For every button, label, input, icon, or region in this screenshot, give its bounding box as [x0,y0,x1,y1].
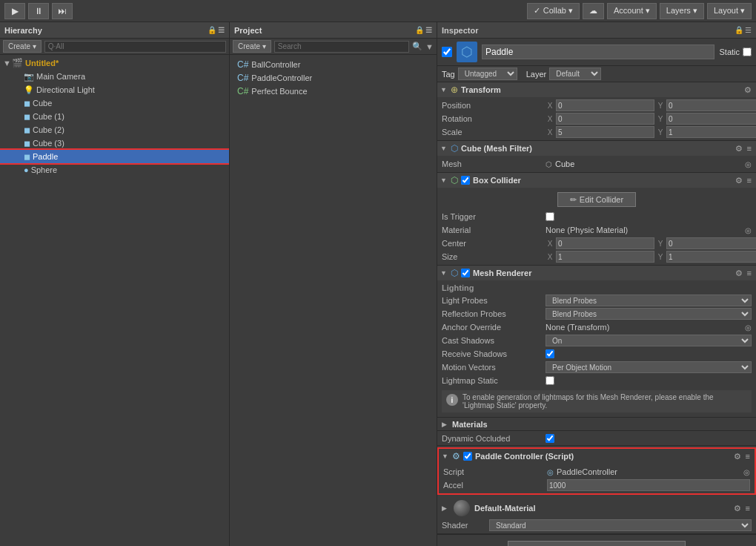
inspector-menu-icon[interactable]: ☰ [745,26,752,34]
project-menu-icon[interactable]: ☰ [425,26,432,34]
hierarchy-search-input[interactable] [44,41,226,53]
mesh-renderer-settings-icon[interactable]: ⚙ [734,269,744,278]
position-y-input[interactable] [666,99,756,111]
receive-shadows-checkbox[interactable] [546,349,554,358]
motion-vectors-dropdown[interactable]: Per Object Motion [546,361,752,373]
hierarchy-item[interactable]: ● Sphere [0,163,229,177]
light-probes-dropdown[interactable]: Blend Probes [546,295,752,306]
is-trigger-checkbox[interactable] [546,212,554,221]
lightmap-static-checkbox[interactable] [546,376,554,385]
project-search-input[interactable] [274,41,409,53]
paddle-header-icons: ⚙ ≡ [732,452,752,461]
scale-x-input[interactable] [556,126,654,138]
center-y-input[interactable] [666,237,756,249]
object-icon: ⬡ [457,42,477,62]
paddle-settings-icon[interactable]: ⚙ [732,452,743,461]
size-x-label: X [546,253,554,261]
gameobject-icon: ⬡ [461,44,473,60]
hierarchy-item-paddle[interactable]: ◼ Paddle [0,150,229,163]
shader-dropdown[interactable]: Standard [489,519,752,531]
center-x-input[interactable] [556,237,654,249]
hierarchy-item[interactable]: 💡 Directional Light [0,83,229,96]
rotation-y-input[interactable] [666,113,756,125]
position-x-input[interactable] [556,99,654,111]
project-filter-icon[interactable]: ▼ [425,42,434,51]
light-probes-label: Light Probes [442,296,546,305]
center-label: Center [442,239,546,248]
layout-dropdown[interactable]: Layout ▾ [707,3,752,19]
paddle-controller-header[interactable]: ▼ ⚙ Paddle Controller (Script) ⚙ ≡ [439,449,755,464]
material-menu-icon[interactable]: ≡ [744,504,752,513]
project-lock-icon[interactable]: 🔒 [415,26,424,34]
hierarchy-item[interactable]: ▼ 🎬 Untitled* [0,56,229,70]
object-active-checkbox[interactable] [442,47,452,57]
box-collider-enable-checkbox[interactable] [461,176,470,185]
anchor-pick-button[interactable]: ◎ [745,323,752,332]
layers-dropdown[interactable]: Layers ▾ [660,3,704,19]
hierarchy-item[interactable]: 📷 Main Camera [0,70,229,83]
hierarchy-item[interactable]: ◼ Cube (3) [0,136,229,150]
hierarchy-lock-icon[interactable]: 🔒 [208,26,216,34]
mesh-filter-header[interactable]: ▼ ⬡ Cube (Mesh Filter) ⚙ ≡ [437,141,756,156]
mesh-filter-section: ▼ ⬡ Cube (Mesh Filter) ⚙ ≡ Mesh ⬡ Cube [437,141,756,173]
box-collider-header[interactable]: ▼ ⬡ Box Collider ⚙ ≡ [437,173,756,188]
transform-header[interactable]: ▼ ⊕ Transform ⚙ [437,82,756,97]
paddle-menu-icon[interactable]: ≡ [744,452,752,461]
mesh-filter-settings-icon[interactable]: ⚙ [734,144,744,154]
collider-material-pick-button[interactable]: ◎ [745,226,752,234]
hierarchy-create-button[interactable]: Create ▾ [3,40,42,53]
cast-shadows-dropdown[interactable]: On [546,335,752,346]
scale-label: Scale [442,128,546,136]
inspector-header: Inspector 🔒 ☰ [437,22,756,39]
mesh-filter-menu-icon[interactable]: ≡ [746,144,753,154]
cloud-button[interactable]: ☁ [583,3,604,19]
mesh-renderer-menu-icon[interactable]: ≡ [746,269,753,278]
hierarchy-item[interactable]: ◼ Cube (2) [0,123,229,136]
add-component-button[interactable]: Add Component [508,541,686,546]
materials-foldout[interactable]: ▶ Materials [437,418,756,431]
tag-dropdown[interactable]: Untagged [458,68,517,80]
inspector-lock-icon[interactable]: 🔒 [735,26,743,34]
light-probes-value: Blend Probes [546,295,752,306]
project-item[interactable]: C# BallController [230,58,437,71]
mesh-renderer-header[interactable]: ▼ ⬡ Mesh Renderer ⚙ ≡ [437,266,756,280]
hierarchy-item[interactable]: ◼ Cube [0,96,229,110]
cast-shadows-value: On [546,335,752,346]
hierarchy-menu-icon[interactable]: ☰ [218,26,225,34]
scale-y-input[interactable] [666,126,756,138]
collab-button[interactable]: ✓ Collab ▾ [527,3,580,19]
size-x-input[interactable] [556,251,654,263]
paddle-script-enable-checkbox[interactable] [463,452,472,461]
pause-button[interactable]: ⏸ [28,3,49,19]
rotation-x-input[interactable] [556,113,654,125]
play-button[interactable]: ▶ [4,3,25,19]
rot-y-label: Y [656,115,665,123]
material-header[interactable]: ▶ Default-Material ⚙ ≡ [437,498,756,519]
object-name-input[interactable] [482,45,714,59]
mesh-renderer-header-icons: ⚙ ≡ [734,269,753,278]
box-collider-menu-icon[interactable]: ≡ [746,176,753,185]
accel-input[interactable] [547,479,750,491]
layer-dropdown[interactable]: Default [549,68,601,80]
material-settings-icon[interactable]: ⚙ [732,504,743,513]
box-collider-settings-icon[interactable]: ⚙ [734,176,744,185]
mesh-renderer-enable-checkbox[interactable] [461,269,470,277]
script-pick-button[interactable]: ◎ [743,468,750,476]
anchor-override-row: Anchor Override None (Transform) ◎ [437,320,756,334]
size-y-input[interactable] [666,251,756,263]
mesh-pick-button[interactable]: ◎ [745,160,752,168]
project-item-label: BallController [251,60,300,69]
dynamic-occluded-checkbox[interactable] [546,434,554,443]
project-item[interactable]: C# PaddleController [230,71,437,85]
account-dropdown[interactable]: Account ▾ [607,3,657,19]
lightmap-notice-text: To enable generation of lightmaps for th… [462,393,747,410]
transform-settings-icon[interactable]: ⚙ [743,85,753,95]
project-create-button[interactable]: Create ▾ [233,40,271,53]
static-checkbox[interactable] [743,47,752,56]
step-button[interactable]: ⏭ [52,3,73,19]
hierarchy-item[interactable]: ◼ Cube (1) [0,110,229,123]
edit-collider-button[interactable]: ✏ Edit Collider [557,192,636,207]
layer-label: Layer [526,70,547,79]
reflection-probes-dropdown[interactable]: Blend Probes [546,308,752,320]
project-item[interactable]: C# Perfect Bounce [230,85,437,98]
